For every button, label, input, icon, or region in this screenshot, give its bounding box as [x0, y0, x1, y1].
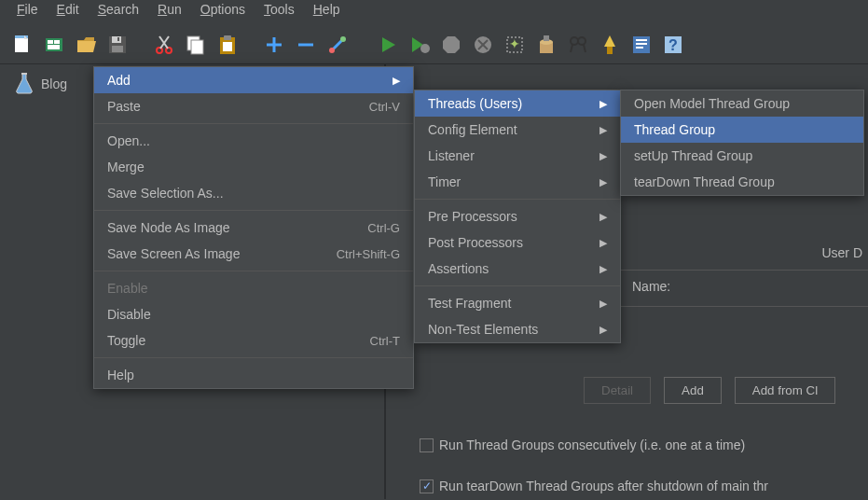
sub-timer[interactable]: Timer▶: [415, 169, 620, 195]
context-menu: Add▶ PasteCtrl-V Open... Merge Save Sele…: [93, 66, 414, 389]
sub-assertions[interactable]: Assertions▶: [415, 256, 620, 282]
menu-options[interactable]: Options: [191, 0, 255, 22]
menu-tools[interactable]: Tools: [255, 0, 304, 22]
templates-icon[interactable]: [41, 32, 67, 58]
function-helper-icon[interactable]: [628, 32, 654, 58]
checkbox-label: Run tearDown Thread Groups after shutdow…: [439, 479, 768, 493]
sub-threads[interactable]: Threads (Users)▶: [415, 90, 620, 117]
ctx-save-screen-image[interactable]: Save Screen As ImageCtrl+Shift-G: [94, 241, 413, 267]
svg-marker-29: [443, 36, 460, 53]
item-setup-thread-group[interactable]: setUp Thread Group: [621, 143, 863, 169]
menu-run[interactable]: Run: [148, 0, 191, 22]
svg-rect-16: [191, 40, 203, 54]
name-label: Name:: [632, 279, 670, 294]
svg-rect-44: [636, 43, 647, 45]
svg-rect-41: [607, 47, 613, 54]
item-thread-group[interactable]: Thread Group: [621, 117, 863, 143]
save-icon[interactable]: [104, 32, 131, 58]
svg-marker-26: [382, 37, 395, 52]
toolbar: ✦ ?: [0, 22, 868, 64]
svg-rect-8: [112, 36, 121, 43]
sub-test-fragment[interactable]: Test Fragment▶: [415, 290, 620, 316]
chevron-right-icon: ▶: [599, 150, 607, 162]
chevron-right-icon: ▶: [393, 75, 400, 87]
reset-search-icon[interactable]: [597, 32, 623, 58]
sub-config-element[interactable]: Config Element▶: [415, 117, 620, 143]
svg-rect-48: [21, 73, 27, 75]
svg-point-25: [329, 48, 335, 53]
svg-point-39: [578, 37, 586, 45]
svg-text:?: ?: [668, 37, 678, 53]
sub-pre-processors[interactable]: Pre Processors▶: [415, 203, 620, 229]
paste-icon[interactable]: [214, 32, 241, 58]
ctx-paste[interactable]: PasteCtrl-V: [94, 93, 413, 119]
collapse-icon[interactable]: [293, 32, 319, 58]
svg-rect-5: [54, 40, 60, 44]
ctx-open[interactable]: Open...: [94, 128, 413, 154]
clear-icon[interactable]: ✦: [502, 32, 528, 58]
add-from-clipboard-button[interactable]: Add from Cl: [735, 377, 835, 404]
heading-user-defined: User D: [821, 245, 862, 260]
checkbox-label: Run Thread Groups consecutively (i.e. on…: [439, 438, 745, 452]
svg-marker-40: [604, 35, 615, 47]
svg-text:✦: ✦: [509, 36, 520, 51]
sub-listener[interactable]: Listener▶: [415, 143, 620, 169]
chevron-right-icon: ▶: [599, 324, 607, 336]
menu-search[interactable]: Search: [89, 0, 148, 22]
stop-icon[interactable]: [438, 32, 464, 58]
help-icon[interactable]: ?: [660, 32, 686, 58]
clear-all-icon[interactable]: [533, 32, 559, 58]
ctx-toggle[interactable]: ToggleCtrl-T: [94, 327, 413, 354]
chevron-right-icon: ▶: [599, 211, 607, 223]
chevron-right-icon: ▶: [599, 98, 607, 110]
sub-non-test-elements[interactable]: Non-Test Elements▶: [415, 316, 620, 342]
ctx-enable: Enable: [94, 275, 413, 301]
toggle-icon[interactable]: [324, 32, 351, 58]
ctx-merge[interactable]: Merge: [94, 154, 413, 180]
submenu-threads: Open Model Thread Group Thread Group set…: [620, 90, 864, 196]
svg-rect-43: [636, 39, 647, 41]
svg-rect-9: [112, 46, 123, 52]
checkbox-run-consecutively[interactable]: [420, 438, 434, 452]
ctx-save-selection[interactable]: Save Selection As...: [94, 180, 413, 206]
checkbox-run-teardown[interactable]: [420, 479, 434, 493]
svg-point-28: [420, 44, 430, 53]
sub-post-processors[interactable]: Post Processors▶: [415, 229, 620, 256]
new-icon[interactable]: [9, 32, 35, 58]
ctx-disable[interactable]: Disable: [94, 301, 413, 327]
ctx-help[interactable]: Help: [94, 362, 413, 388]
ctx-save-node-image[interactable]: Save Node As ImageCtrl-G: [94, 215, 413, 241]
chevron-right-icon: ▶: [599, 124, 607, 136]
menubar: File Edit Search Run Options Tools Help: [0, 0, 868, 22]
svg-rect-18: [224, 35, 231, 40]
cut-icon[interactable]: [151, 32, 177, 58]
shutdown-icon[interactable]: [470, 32, 496, 58]
open-icon[interactable]: [73, 32, 99, 58]
menu-edit[interactable]: Edit: [48, 0, 89, 22]
expand-icon[interactable]: [261, 32, 287, 58]
run-no-timers-icon[interactable]: [406, 32, 433, 58]
menu-help[interactable]: Help: [304, 0, 350, 22]
submenu-add: Threads (Users)▶ Config Element▶ Listene…: [414, 90, 621, 343]
svg-point-38: [571, 37, 578, 45]
add-button[interactable]: Add: [664, 377, 722, 404]
svg-rect-19: [223, 42, 232, 51]
ctx-add[interactable]: Add▶: [94, 67, 413, 93]
menu-file[interactable]: File: [7, 0, 48, 22]
flask-icon: [15, 72, 34, 96]
svg-rect-45: [636, 47, 643, 49]
tree-item-label: Blog: [41, 76, 67, 91]
search-icon[interactable]: [565, 32, 591, 58]
svg-rect-4: [48, 40, 53, 44]
test-plan-tree[interactable]: Blog Add▶ PasteCtrl-V Open... Merge Save…: [0, 64, 386, 499]
svg-rect-37: [544, 35, 549, 41]
svg-point-24: [340, 36, 346, 42]
item-teardown-thread-group[interactable]: tearDown Thread Group: [621, 169, 863, 195]
svg-rect-6: [48, 45, 60, 49]
chevron-right-icon: ▶: [599, 298, 607, 310]
copy-icon[interactable]: [183, 32, 209, 58]
item-open-model-thread-group[interactable]: Open Model Thread Group: [621, 90, 863, 117]
run-icon[interactable]: [375, 32, 401, 58]
chevron-right-icon: ▶: [599, 176, 607, 188]
chevron-right-icon: ▶: [599, 263, 607, 275]
